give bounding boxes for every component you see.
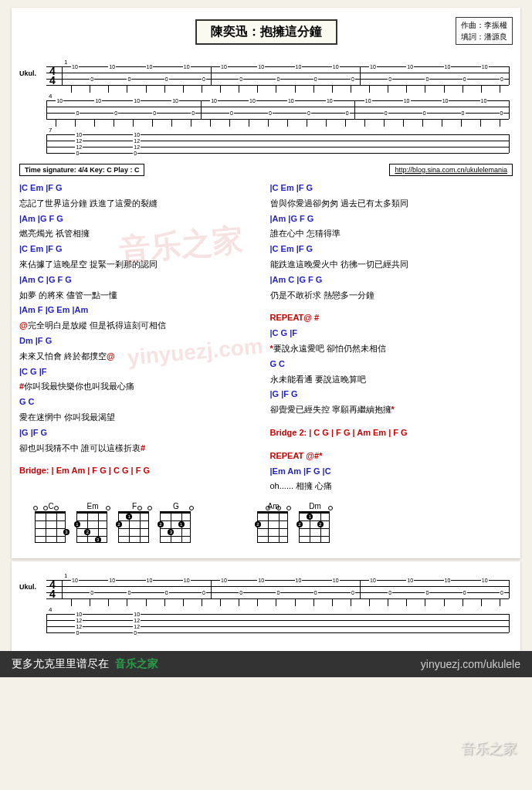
- sheet-page-1: 陳奕迅：抱擁這分鐘 作曲：李振權 填詞：潘源良 Ukul.44110010010…: [12, 8, 520, 558]
- chord-diagrams: C3Em123F12G123Am2Dm122: [19, 502, 513, 543]
- footer-url[interactable]: yinyuezj.com/ukulele: [421, 658, 520, 670]
- tab-notation-bottom: Ukul.44110010010010010010010010010010010…: [19, 574, 513, 639]
- source-link[interactable]: http://blog.sina.com.cn/ukulelemania: [389, 164, 513, 176]
- sheet-page-2: Ukul.44110010010010010010010010010010010…: [12, 561, 520, 651]
- lyrics-left-column: |C Em |F G忘記了世界這分鐘 跌進了這愛的裂縫|Am |G F G燃亮燭…: [19, 181, 263, 494]
- meta-bar: Time signature: 4/4 Key: C Play : C http…: [19, 164, 513, 176]
- lyrics-right-column: |C Em |F G曾與你愛過卻匆匆 過去已有太多類同|Am |G F G誰在心…: [270, 181, 513, 494]
- footer-brand: 音乐之家: [115, 657, 158, 671]
- song-title: 陳奕迅：抱擁這分鐘: [195, 19, 337, 45]
- lyrics-section: |C Em |F G忘記了世界這分鐘 跌進了這愛的裂縫|Am |G F G燃亮燭…: [19, 181, 513, 494]
- tab-notation-top: Ukul.44110010010010010010010010010010010…: [19, 60, 513, 159]
- credits-box: 作曲：李振權 填詞：潘源良: [456, 17, 513, 45]
- footer-bar: 更多尤克里里谱尽在 音乐之家 yinyuezj.com/ukulele: [0, 651, 532, 677]
- footer-text: 更多尤克里里谱尽在: [12, 657, 109, 671]
- meta-info: Time signature: 4/4 Key: C Play : C: [19, 164, 144, 176]
- header: 陳奕迅：抱擁這分鐘 作曲：李振權 填詞：潘源良: [19, 15, 513, 54]
